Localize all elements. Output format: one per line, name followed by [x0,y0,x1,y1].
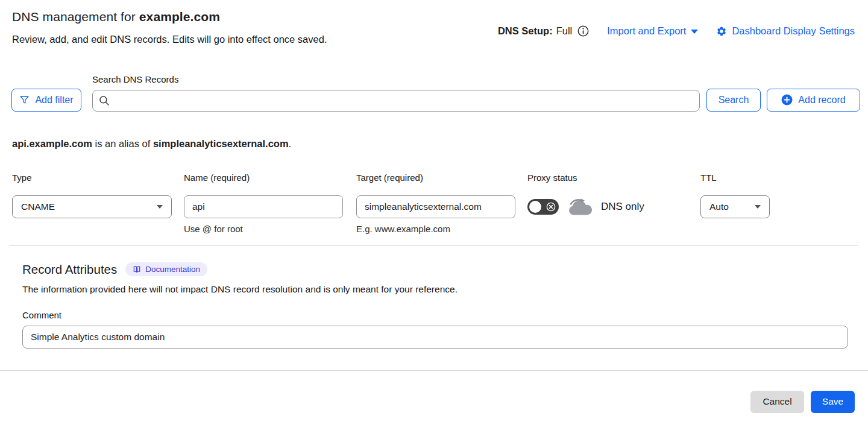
section-divider [10,245,858,246]
add-filter-label: Add filter [35,95,73,106]
page-subtitle: Review, add, and edit DNS records. Edits… [12,32,350,48]
add-filter-button[interactable]: Add filter [11,89,81,112]
ttl-select[interactable]: Auto [700,195,770,218]
alias-middle-text: is an alias of [92,138,153,149]
name-field: Name (required) Use @ for root [184,172,343,234]
page-title-domain: example.com [139,10,220,24]
dns-setup-status: DNS Setup: Full [498,25,589,37]
cancel-button[interactable]: Cancel [750,391,804,413]
chevron-down-icon [691,30,698,34]
target-hint: E.g. www.example.com [356,224,515,234]
type-field: Type CNAME [12,172,172,234]
target-input[interactable] [356,195,515,218]
page-title-prefix: DNS management for [12,10,139,24]
import-export-label: Import and Export [607,25,686,37]
dns-search-section: Add filter Search DNS Records Search Add… [11,74,860,112]
dashboard-display-settings-link[interactable]: Dashboard Display Settings [716,25,855,37]
footer-divider [0,370,868,371]
form-footer: Cancel Save [0,391,855,413]
record-attributes-description: The information provided here will not i… [22,284,848,295]
search-field-label: Search DNS Records [92,74,700,84]
search-icon [99,95,110,106]
add-record-button[interactable]: Add record [767,89,860,112]
page-header: DNS management for example.com Review, a… [12,10,855,48]
proxy-status-value: DNS only [601,201,644,213]
search-input[interactable] [92,90,700,112]
search-box [92,90,700,112]
type-label: Type [12,172,172,183]
record-attributes-title: Record Attributes [22,262,117,277]
search-button[interactable]: Search [706,89,761,112]
target-label: Target (required) [356,172,515,183]
documentation-badge[interactable]: Documentation [125,262,207,276]
gear-icon [716,26,727,37]
toggle-off-x-icon [546,202,556,212]
dns-setup-value: Full [556,25,573,37]
import-export-menu[interactable]: Import and Export [607,25,698,37]
alias-note: api.example.com is an alias of simpleana… [12,138,856,150]
proxy-status-row: DNS only [527,195,688,218]
book-icon [133,265,141,274]
record-attributes-header: Record Attributes Documentation [22,262,848,277]
add-record-label: Add record [798,95,845,106]
proxy-status-label: Proxy status [527,172,688,183]
chevron-down-icon [755,205,761,209]
comment-input[interactable] [22,326,848,349]
info-icon[interactable] [577,25,589,37]
alias-record-name: api.example.com [12,138,92,149]
name-label: Name (required) [184,172,343,183]
ttl-label: TTL [700,172,770,183]
chevron-down-icon [157,205,163,209]
documentation-badge-label: Documentation [145,265,200,274]
name-hint: Use @ for root [184,224,343,234]
comment-label: Comment [22,310,848,320]
cloud-dns-only-icon [567,198,593,216]
type-select-value: CNAME [21,201,55,212]
filter-funnel-icon [19,95,30,105]
alias-suffix: . [289,138,292,149]
toggle-knob [529,201,541,213]
record-attributes-section: Record Attributes Documentation The info… [22,262,848,349]
proxy-status-field: Proxy status DNS only [527,172,688,234]
alias-target-name: simpleanalyticsexternal.com [153,138,289,149]
title-block: DNS management for example.com Review, a… [12,10,350,48]
target-field: Target (required) E.g. www.example.com [356,172,515,234]
name-input[interactable] [184,195,343,218]
page-title: DNS management for example.com [12,10,350,24]
proxy-toggle[interactable] [527,199,559,215]
dns-record-form: Type CNAME Name (required) Use @ for roo… [12,172,868,234]
search-button-label: Search [719,95,749,106]
ttl-field: TTL Auto [700,172,770,234]
dns-setup-label: DNS Setup: [498,25,553,37]
search-field-group: Search DNS Records [92,74,700,112]
plus-circle-icon [781,94,793,106]
header-controls: DNS Setup: Full Import and Export Dashbo… [498,25,855,37]
save-button[interactable]: Save [811,391,855,413]
dashboard-display-settings-label: Dashboard Display Settings [732,25,855,37]
ttl-select-value: Auto [709,201,729,212]
type-select[interactable]: CNAME [12,195,172,218]
